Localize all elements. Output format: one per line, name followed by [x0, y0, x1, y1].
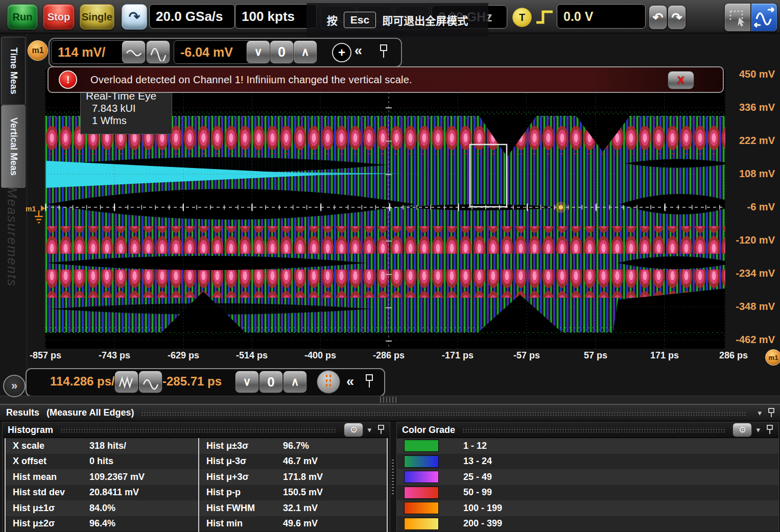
- table-row[interactable]: Hist μ±3σ96.7%: [199, 438, 387, 454]
- histogram-panel: Histogram ⚙ ▾ X scale318 hits/ X offset0…: [2, 422, 390, 532]
- zoom-rect-cursor-icon: [727, 6, 748, 29]
- vertical-scale-field[interactable]: 114 mV/: [51, 40, 132, 64]
- tab-vertical-meas[interactable]: Vertical Meas: [1, 105, 26, 188]
- y-axis-label: -462 mV: [728, 334, 775, 346]
- zoom-select-mode-button[interactable]: [724, 3, 751, 32]
- chevron-up-icon: ∧: [291, 376, 299, 388]
- single-button[interactable]: Single: [80, 4, 114, 30]
- legend-row: 1 - 12: [397, 438, 778, 454]
- gear-icon: ⚙: [738, 424, 746, 436]
- trigger-level-field[interactable]: 0.0 V: [557, 4, 646, 29]
- offset-zero-button[interactable]: 0: [270, 40, 294, 64]
- legend-label: 25 - 49: [463, 472, 492, 482]
- table-row[interactable]: X scale318 hits/: [6, 438, 198, 454]
- table-row[interactable]: Hist std dev20.8411 mV: [6, 485, 198, 501]
- eye-info-kui: 7.843 kUI: [86, 103, 172, 114]
- position-left-button[interactable]: ∨: [235, 371, 259, 393]
- x-axis-label: -171 ps: [433, 350, 482, 361]
- histogram-caret-icon[interactable]: ▾: [367, 425, 371, 434]
- color-swatch: [404, 471, 439, 483]
- increase-scale-button[interactable]: [146, 40, 170, 64]
- color-grade-caret-icon[interactable]: ▾: [756, 425, 760, 434]
- acquire-mode-button[interactable]: ↷: [122, 4, 147, 30]
- undo-icon: ↶: [653, 10, 664, 25]
- y-axis-label: 222 mV: [728, 135, 775, 147]
- x-axis-label: -400 ps: [296, 350, 345, 361]
- timebase-scale-field[interactable]: 114.286 ps/: [50, 371, 111, 392]
- pin-icon[interactable]: [766, 425, 773, 435]
- collapse-horizontal-button[interactable]: «: [346, 374, 354, 390]
- large-sine-icon: [149, 43, 168, 61]
- legend-row: 25 - 49: [397, 469, 778, 485]
- add-channel-button[interactable]: +: [332, 43, 351, 62]
- sine-icon: [141, 373, 160, 391]
- splitter-handle: [392, 460, 394, 495]
- realtime-eye-info-box: Real-Time Eye 7.843 kUI 1 Wfms: [80, 87, 172, 134]
- table-row[interactable]: Hist μ+3σ171.8 mV: [199, 469, 387, 485]
- histogram-table: X scale318 hits/ X offset0 hits Hist mea…: [5, 438, 388, 532]
- gear-icon: ⚙: [349, 424, 358, 436]
- y-axis-label: 450 mV: [728, 68, 775, 80]
- table-row[interactable]: Hist μ±1σ84.0%: [6, 500, 198, 516]
- table-row[interactable]: Hist μ±2σ96.4%: [6, 516, 198, 532]
- trigger-edge-icon[interactable]: [534, 7, 555, 27]
- pin-icon[interactable]: [377, 425, 385, 435]
- position-zero-button[interactable]: 0: [259, 371, 283, 393]
- sample-rate-field[interactable]: 20.0 GSa/s: [149, 4, 235, 29]
- compress-timebase-button[interactable]: [114, 371, 138, 393]
- m1-ground-marker[interactable]: m1: [26, 202, 46, 228]
- color-grade-panel-header[interactable]: Color Grade ⚙ ▾: [397, 422, 778, 438]
- expand-timebase-button[interactable]: [138, 371, 162, 393]
- panel-splitter[interactable]: [390, 422, 396, 532]
- y-axis-label: -120 mV: [728, 234, 775, 246]
- measurements-watermark: Measurements: [4, 187, 20, 287]
- table-row[interactable]: Hist p-p150.5 mV: [199, 485, 387, 501]
- color-grade-settings-button[interactable]: ⚙: [732, 423, 752, 437]
- legend-row: 100 - 199: [397, 500, 778, 516]
- histogram-panel-header[interactable]: Histogram ⚙ ▾: [3, 422, 390, 438]
- timebase-reference-button[interactable]: [317, 370, 340, 394]
- results-caret-icon[interactable]: ▾: [758, 408, 762, 418]
- pan-waveform-mode-button[interactable]: [751, 3, 777, 32]
- tab-time-meas[interactable]: Time Meas: [1, 37, 26, 105]
- divider-drag-handle[interactable]: [380, 397, 397, 403]
- alert-exclamation-icon: !: [59, 70, 77, 89]
- position-right-button[interactable]: ∧: [283, 371, 307, 393]
- x-axis-label: 57 ps: [571, 350, 620, 361]
- histogram-title: Histogram: [8, 425, 53, 436]
- x-axis-label: -629 ps: [159, 350, 208, 361]
- pin-icon[interactable]: [379, 44, 388, 59]
- x-axis-m1-badge[interactable]: m1: [765, 349, 780, 366]
- color-swatch: [404, 487, 439, 499]
- undo-button[interactable]: ↶: [649, 5, 667, 30]
- histogram-settings-button[interactable]: ⚙: [344, 423, 363, 437]
- pin-icon[interactable]: [365, 374, 374, 389]
- offset-down-button[interactable]: ∨: [246, 40, 270, 64]
- memory-depth-field[interactable]: 100 kpts: [235, 4, 317, 29]
- stop-button[interactable]: Stop: [43, 4, 75, 30]
- legend-row: 50 - 99: [397, 485, 778, 501]
- redo-button[interactable]: ↷: [668, 5, 686, 30]
- run-button[interactable]: Run: [7, 4, 38, 30]
- trigger-badge[interactable]: T: [512, 8, 532, 27]
- legend-label: 13 - 24: [463, 456, 492, 467]
- small-sine-icon: [125, 43, 143, 61]
- expand-panel-button[interactable]: »: [3, 375, 26, 397]
- zero-label: 0: [267, 374, 274, 390]
- table-row[interactable]: Hist FWHM32.1 mV: [199, 500, 387, 516]
- offset-up-button[interactable]: ∧: [293, 40, 317, 64]
- table-row[interactable]: Hist mean109.2367 mV: [6, 469, 198, 485]
- pin-icon[interactable]: [768, 408, 775, 418]
- table-row[interactable]: Hist min49.6 mV: [199, 516, 387, 532]
- table-row[interactable]: X offset0 hits: [6, 454, 198, 470]
- collapse-channel-button[interactable]: «: [354, 43, 362, 59]
- alert-close-button[interactable]: X: [668, 71, 694, 89]
- x-axis-label: -514 ps: [227, 350, 276, 361]
- results-header-bar[interactable]: Results (Measure All Edges) ▾: [0, 404, 780, 422]
- table-row[interactable]: Hist μ-3σ46.7 mV: [199, 454, 387, 470]
- channel-m1-badge[interactable]: m1: [28, 40, 48, 61]
- vertical-offset-field[interactable]: -6.04 mV: [174, 40, 255, 64]
- y-axis-label: -234 mV: [728, 268, 775, 279]
- timebase-position-field[interactable]: -285.71 ps: [162, 371, 232, 392]
- decrease-scale-button[interactable]: [122, 40, 146, 64]
